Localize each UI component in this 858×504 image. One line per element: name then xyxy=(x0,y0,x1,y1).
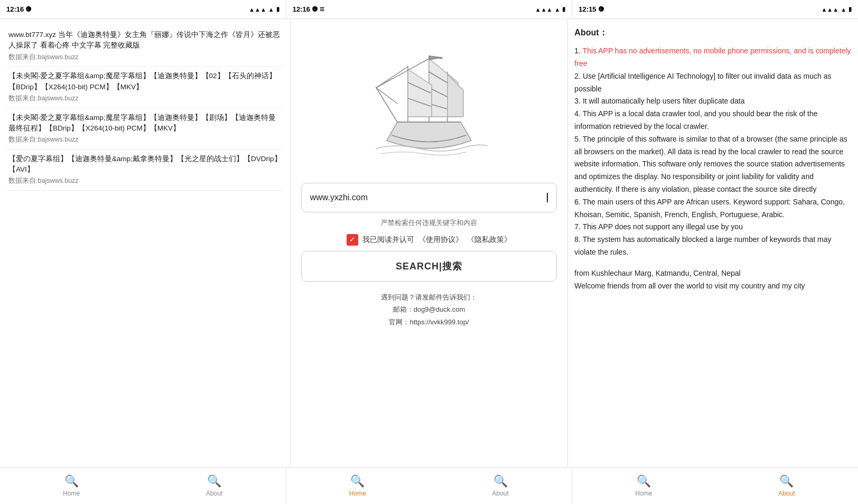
status-bar-middle: 12:16 🅐 ☰ ▲▲▲ ▲ ▮ xyxy=(286,0,573,19)
about-number-2: 2. xyxy=(574,72,583,80)
nav-about-right[interactable]: 🔍 About xyxy=(715,468,858,504)
status-bars: 12:16 🅐 ▲▲▲ ▲ ▮ 12:16 🅐 ☰ ▲▲▲ ▲ ▮ 12:15 … xyxy=(0,0,858,19)
battery-right: ▮ xyxy=(848,6,852,13)
result-text: 【爱の夏字幕组】【迪迦奥特曼&amp;戴拿奥特曼】【光之星的战士们】【DVDri… xyxy=(8,154,282,175)
about-item-4: 4. This APP is a local data crawler tool… xyxy=(574,108,852,133)
ship-image xyxy=(291,19,568,183)
result-source: 数据来自:bajswws.buzz xyxy=(8,135,282,145)
time-left: 12:16 xyxy=(6,5,24,13)
agreement1-link[interactable]: 《使用协议》 xyxy=(418,234,463,245)
home-search-icon-left: 🔍 xyxy=(64,474,79,488)
sim-icon-left: 🅐 xyxy=(26,6,31,12)
list-item[interactable]: 【爱の夏字幕组】【迪迦奥特曼&amp;戴拿奥特曼】【光之星的战士们】【DVDri… xyxy=(6,150,284,191)
time-middle: 12:16 xyxy=(293,5,310,13)
about-footer-line1: from Kushlechaur Marg, Katmandu, Central… xyxy=(574,267,852,280)
status-bar-right: 12:15 🅐 ▲▲▲ ▲ ▮ xyxy=(572,0,858,19)
about-number-6: 6. xyxy=(574,198,582,206)
nav-section-right: 🔍 Home 🔍 About xyxy=(572,468,858,504)
nav-about-label-right: About xyxy=(778,490,795,497)
list-item[interactable]: 【未央閣-爱之夏字幕组&amp;魔星字幕组】【迪迦奥特曼】【02】【石头的神话】… xyxy=(6,67,284,108)
signal-left: ▲▲▲ xyxy=(249,6,266,13)
right-panel: About： 1. This APP has no advertisements… xyxy=(568,19,858,467)
ship-svg xyxy=(355,30,503,178)
warning-text: 严禁检索任何违规关键字和内容 xyxy=(381,218,477,229)
signal-right: ▲▲▲ xyxy=(821,6,838,13)
agreement2-link[interactable]: 《隐私政策》 xyxy=(467,234,511,245)
checkbox-label: 我已阅读并认可 xyxy=(362,234,414,245)
contact-label: 遇到问题？请发邮件告诉我们： xyxy=(381,291,477,303)
about-text-6: The main users of this APP are African u… xyxy=(574,198,845,219)
sim-icon-right: 🅐 xyxy=(599,6,604,12)
about-footer-line2: Welcome friends from all over the world … xyxy=(574,280,852,293)
about-search-icon-middle: 🔍 xyxy=(493,474,508,488)
search-input-wrap[interactable]: www.yxzhi.com xyxy=(301,183,557,212)
sim-icon-middle: 🅐 xyxy=(312,6,318,12)
about-item-2: 2. Use [Artificial Intelligence AI Techn… xyxy=(574,70,852,96)
about-text-5: The principle of this software is simila… xyxy=(574,135,847,193)
about-search-icon-left: 🔍 xyxy=(207,474,221,488)
about-text-4: This APP is a local data crawler tool, a… xyxy=(574,109,817,130)
nav-home-label-middle: Home xyxy=(349,490,366,497)
about-number-5: 5. xyxy=(574,135,582,143)
about-number-3: 3. xyxy=(574,97,583,105)
search-button[interactable]: SEARCH|搜索 xyxy=(301,251,557,282)
nav-home-left[interactable]: 🔍 Home xyxy=(0,468,143,504)
result-source: 数据来自:bajswws.buzz xyxy=(8,52,282,62)
contact-info: 遇到问题？请发邮件告诉我们： 邮箱：dog9@duck.com 官网：https… xyxy=(381,291,477,328)
wifi-middle: ▲ xyxy=(554,6,560,13)
about-item-6: 6. The main users of this APP are Africa… xyxy=(574,196,852,221)
nav-about-left[interactable]: 🔍 About xyxy=(143,468,285,504)
wifi-left: ▲ xyxy=(268,6,274,13)
battery-left: ▮ xyxy=(276,6,279,13)
about-item-8: 8. The system has automatically blocked … xyxy=(574,234,852,259)
cursor xyxy=(547,193,548,202)
svg-line-5 xyxy=(376,88,397,122)
main-content: www.bt777.xyz 当年《迪迦奥特曼》女主角『丽娜』传说中下海之作《皆月… xyxy=(0,19,858,467)
about-item-1: 1. This APP has no advertisements, no mo… xyxy=(574,45,852,70)
about-text-8: The system has automatically blocked a l… xyxy=(574,235,831,256)
nav-section-left: 🔍 Home 🔍 About xyxy=(0,468,286,504)
nav-home-middle[interactable]: 🔍 Home xyxy=(286,468,429,504)
battery-middle: ▮ xyxy=(562,6,565,13)
nav-about-label-middle: About xyxy=(492,490,509,497)
left-panel: www.bt777.xyz 当年《迪迦奥特曼》女主角『丽娜』传说中下海之作《皆月… xyxy=(0,19,291,467)
nav-about-label-left: About xyxy=(206,490,222,497)
website-info: 官网：https://vvkk999.top/ xyxy=(381,316,477,328)
home-search-icon-right: 🔍 xyxy=(637,474,651,488)
result-source: 数据来自:bajswws.buzz xyxy=(8,94,282,104)
svg-line-3 xyxy=(376,88,397,104)
search-input[interactable]: www.yxzhi.com xyxy=(310,191,547,204)
status-bar-left: 12:16 🅐 ▲▲▲ ▲ ▮ xyxy=(0,0,286,19)
about-number-7: 7. xyxy=(574,222,582,231)
about-text-1: This APP has no advertisements, no mobil… xyxy=(574,46,851,68)
home-search-icon-middle: 🔍 xyxy=(350,474,365,488)
svg-line-6 xyxy=(376,67,408,88)
bottom-nav: 🔍 Home 🔍 About 🔍 Home 🔍 About 🔍 Home 🔍 A… xyxy=(0,467,858,504)
about-search-icon-right: 🔍 xyxy=(779,474,794,488)
nav-section-middle: 🔍 Home 🔍 About xyxy=(286,468,573,504)
nav-home-right[interactable]: 🔍 Home xyxy=(572,468,715,504)
result-text: 【未央閣-爱之夏字幕组&amp;魔星字幕组】【迪迦奥特曼】【02】【石头的神话】… xyxy=(8,71,282,92)
list-item[interactable]: 【未央閣-爱之夏字幕组&amp;魔星字幕组】【迪迦奥特曼】【剧场】【迪迦奥特曼 … xyxy=(6,108,284,150)
result-text: www.bt777.xyz 当年《迪迦奥特曼》女主角『丽娜』传说中下海之作《皆月… xyxy=(8,30,282,51)
about-content: 1. This APP has no advertisements, no mo… xyxy=(574,45,852,259)
about-number-1: 1. xyxy=(574,46,582,55)
about-number-8: 8. xyxy=(574,235,582,244)
nav-home-label-right: Home xyxy=(636,490,652,497)
nav-about-middle[interactable]: 🔍 About xyxy=(429,468,572,504)
about-footer: from Kushlechaur Marg, Katmandu, Central… xyxy=(574,267,852,293)
signal-middle: ▲▲▲ xyxy=(535,6,553,13)
about-item-5: 5. The principle of this software is sim… xyxy=(574,133,852,196)
about-text-7: This APP does not support any illegal us… xyxy=(583,222,743,231)
agreement-row[interactable]: ✓ 我已阅读并认可 《使用协议》 《隐私政策》 xyxy=(347,234,511,245)
result-text: 【未央閣-爱之夏字幕组&amp;魔星字幕组】【迪迦奥特曼】【剧场】【迪迦奥特曼 … xyxy=(8,113,282,134)
wifi-right: ▲ xyxy=(841,6,846,13)
sim2-icon-middle: ☰ xyxy=(320,6,324,12)
nav-home-label-left: Home xyxy=(63,490,80,497)
about-item-7: 7. This APP does not support any illegal… xyxy=(574,221,852,234)
middle-panel: www.yxzhi.com 严禁检索任何违规关键字和内容 ✓ 我已阅读并认可 《… xyxy=(291,19,568,467)
checkbox-icon[interactable]: ✓ xyxy=(347,234,358,246)
about-title: About： xyxy=(574,25,852,40)
list-item[interactable]: www.bt777.xyz 当年《迪迦奥特曼》女主角『丽娜』传说中下海之作《皆月… xyxy=(6,25,284,67)
time-right: 12:15 xyxy=(579,5,596,13)
